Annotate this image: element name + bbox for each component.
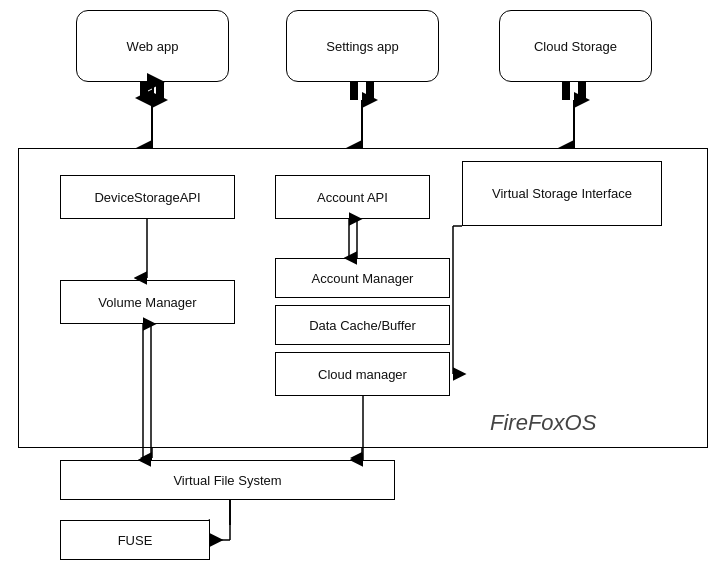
svg-marker-24 xyxy=(140,82,148,100)
svg-rect-31 xyxy=(366,82,374,100)
svg-marker-30 xyxy=(366,82,374,100)
svg-rect-33 xyxy=(562,82,570,100)
virtual-storage-interface-box: Virtual Storage Interface xyxy=(462,161,662,226)
volume-manager-box: Volume Manager xyxy=(60,280,235,324)
svg-marker-26 xyxy=(156,82,164,100)
cloud-manager-box: Cloud manager xyxy=(275,352,450,396)
cloud-storage-box: Cloud Storage xyxy=(499,10,652,82)
svg-rect-25 xyxy=(140,82,148,100)
firefox-os-label: FireFoxOS xyxy=(490,410,596,436)
account-api-label: Account API xyxy=(317,190,388,205)
virtual-file-system-box: Virtual File System xyxy=(60,460,395,500)
web-app-label: Web app xyxy=(127,39,179,54)
diagram-container: Web app Settings app Cloud Storage Devic… xyxy=(0,0,728,587)
account-api-box: Account API xyxy=(275,175,430,219)
svg-rect-29 xyxy=(350,82,358,100)
svg-marker-32 xyxy=(562,82,570,100)
fuse-label: FUSE xyxy=(118,533,153,548)
svg-rect-35 xyxy=(578,82,586,100)
data-cache-buffer-label: Data Cache/Buffer xyxy=(309,318,416,333)
virtual-storage-interface-label: Virtual Storage Interface xyxy=(492,186,632,201)
account-manager-box: Account Manager xyxy=(275,258,450,298)
data-cache-buffer-box: Data Cache/Buffer xyxy=(275,305,450,345)
virtual-file-system-label: Virtual File System xyxy=(173,473,281,488)
settings-app-label: Settings app xyxy=(326,39,398,54)
account-manager-label: Account Manager xyxy=(312,271,414,286)
web-app-box: Web app xyxy=(76,10,229,82)
device-storage-api-box: DeviceStorageAPI xyxy=(60,175,235,219)
fuse-box: FUSE xyxy=(60,520,210,560)
device-storage-api-label: DeviceStorageAPI xyxy=(94,190,200,205)
cloud-manager-label: Cloud manager xyxy=(318,367,407,382)
svg-marker-34 xyxy=(578,82,586,100)
settings-app-box: Settings app xyxy=(286,10,439,82)
cloud-storage-label: Cloud Storage xyxy=(534,39,617,54)
svg-rect-27 xyxy=(156,82,164,100)
volume-manager-label: Volume Manager xyxy=(98,295,196,310)
svg-marker-28 xyxy=(350,82,358,100)
